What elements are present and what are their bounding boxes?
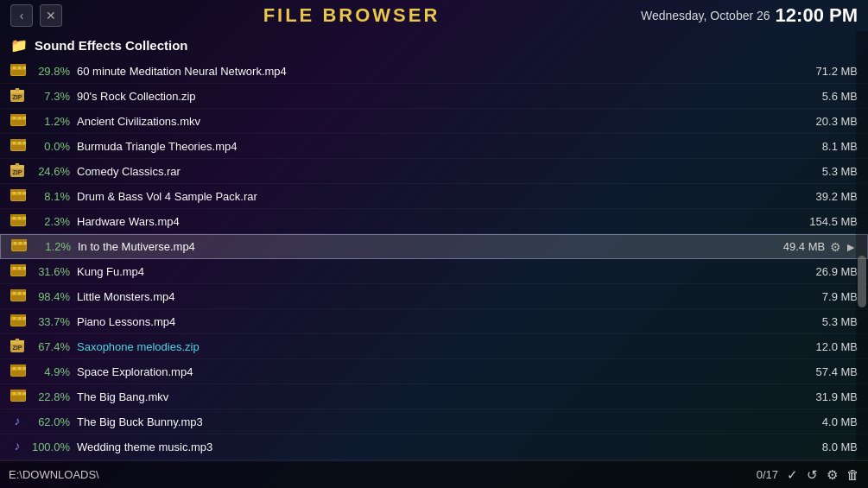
svg-rect-70 xyxy=(11,270,25,276)
file-row[interactable]: 31.6%Kung Fu.mp426.9 MB xyxy=(0,259,868,284)
file-row[interactable]: 8.1%Drum & Bass Vol 4 Sample Pack.rar39.… xyxy=(0,184,868,209)
svg-rect-87 xyxy=(23,317,26,320)
svg-rect-28 xyxy=(21,142,23,144)
svg-rect-26 xyxy=(16,142,18,144)
file-row[interactable]: 98.4%Little Monsters.mp47.9 MB xyxy=(0,284,868,309)
file-progress: 100.0% xyxy=(29,440,77,453)
file-size: 7.9 MB xyxy=(780,290,858,303)
file-progress: 7.3% xyxy=(29,90,77,103)
svg-rect-2 xyxy=(10,67,13,69)
svg-rect-18 xyxy=(18,117,21,119)
svg-rect-109 xyxy=(23,392,26,395)
svg-rect-107 xyxy=(18,392,21,395)
file-row[interactable]: 4.9%Space Exploration.mp457.4 MB xyxy=(0,359,868,384)
svg-rect-54 xyxy=(11,239,27,242)
svg-rect-46 xyxy=(10,217,13,219)
svg-rect-85 xyxy=(18,317,21,320)
file-size: 71.2 MB xyxy=(780,65,858,78)
svg-rect-15 xyxy=(10,117,13,119)
svg-rect-16 xyxy=(13,117,16,119)
svg-rect-27 xyxy=(18,142,21,144)
file-row[interactable]: 0.0%Burmuda Triangle Theories.mp48.1 MB xyxy=(0,134,868,159)
svg-rect-21 xyxy=(11,120,25,125)
file-row[interactable]: 2.3%Hardware Wars.mp4154.5 MB xyxy=(0,209,868,234)
svg-rect-3 xyxy=(13,67,16,69)
svg-rect-41 xyxy=(21,192,23,194)
file-list: 📁 Sound Effects Collection 29.8%60 minut… xyxy=(0,31,868,459)
svg-rect-57 xyxy=(16,242,19,244)
svg-rect-108 xyxy=(21,392,23,395)
svg-rect-106 xyxy=(16,392,18,395)
svg-text:ZIP: ZIP xyxy=(13,169,22,175)
file-progress: 8.1% xyxy=(29,190,77,203)
svg-rect-33 xyxy=(16,163,19,167)
svg-rect-61 xyxy=(12,245,26,250)
file-size: 26.9 MB xyxy=(780,265,858,278)
file-size: 20.3 MB xyxy=(780,115,858,128)
archive-icon: ZIP xyxy=(10,163,29,180)
svg-rect-23 xyxy=(10,139,26,142)
video-icon xyxy=(10,189,29,204)
svg-rect-25 xyxy=(13,142,16,144)
file-name: Little Monsters.mp4 xyxy=(77,290,780,303)
file-row[interactable]: ZIP24.6%Comedy Classics.rar5.3 MB xyxy=(0,159,868,184)
svg-rect-60 xyxy=(24,242,27,244)
nav-buttons: ‹ ✕ xyxy=(10,4,62,27)
file-row[interactable]: ZIP7.3%90's Rock Collection.zip5.6 MB xyxy=(0,84,868,109)
svg-rect-48 xyxy=(16,217,18,219)
datetime-area: Wednesday, October 26 12:00 PM xyxy=(641,4,858,27)
file-progress: 4.9% xyxy=(29,365,77,378)
nav-back-button[interactable]: ‹ xyxy=(10,4,33,27)
file-row[interactable]: 33.7%Piano Lessons.mp45.3 MB xyxy=(0,309,868,334)
svg-rect-20 xyxy=(23,117,26,119)
svg-rect-38 xyxy=(13,192,16,194)
top-bar: ‹ ✕ FILE BROWSER Wednesday, October 26 1… xyxy=(0,0,868,31)
file-row[interactable]: ♪62.0%The Big Buck Bunny.mp34.0 MB xyxy=(0,409,868,434)
file-row[interactable]: ♪100.0%Wedding theme music.mp38.0 MB xyxy=(0,434,868,459)
file-progress: 33.7% xyxy=(29,315,77,328)
check-icon[interactable]: ✓ xyxy=(787,467,798,483)
svg-rect-6 xyxy=(21,67,23,69)
file-size: 8.1 MB xyxy=(780,140,858,153)
svg-text:ZIP: ZIP xyxy=(13,345,22,351)
file-row[interactable]: 1.2%In to the Mutiverse.mp449.4 MB⚙► xyxy=(0,234,868,259)
refresh-icon[interactable]: ↺ xyxy=(807,467,818,483)
svg-rect-66 xyxy=(16,267,18,269)
folder-row[interactable]: 📁 Sound Effects Collection xyxy=(0,31,868,59)
svg-rect-81 xyxy=(10,314,26,317)
file-size: 39.2 MB xyxy=(780,190,858,203)
svg-rect-110 xyxy=(11,396,25,401)
file-size: 154.5 MB xyxy=(780,215,858,228)
gear-icon[interactable]: ⚙ xyxy=(830,240,841,254)
file-progress: 1.2% xyxy=(29,115,77,128)
file-row[interactable]: 29.8%60 minute Meditation Neural Network… xyxy=(0,59,868,84)
svg-rect-64 xyxy=(10,267,13,269)
video-icon xyxy=(10,214,29,229)
play-icon[interactable]: ► xyxy=(845,240,857,254)
video-icon xyxy=(10,264,29,279)
file-row[interactable]: 22.8%The Big Bang.mkv31.9 MB xyxy=(0,384,868,409)
scrollbar-thumb[interactable] xyxy=(858,256,866,307)
svg-rect-95 xyxy=(10,367,13,370)
file-row[interactable]: 1.2%Ancient Civilizations.mkv20.3 MB xyxy=(0,109,868,134)
svg-rect-69 xyxy=(23,267,26,269)
file-progress: 2.3% xyxy=(29,215,77,228)
svg-rect-51 xyxy=(23,217,26,219)
svg-rect-42 xyxy=(23,192,26,194)
delete-icon[interactable]: 🗑 xyxy=(846,467,859,482)
scrollbar[interactable] xyxy=(856,31,868,460)
folder-icon: 📁 xyxy=(10,37,28,54)
svg-rect-73 xyxy=(10,292,13,295)
selection-count: 0/17 xyxy=(757,468,778,481)
svg-rect-55 xyxy=(11,242,14,244)
svg-rect-5 xyxy=(18,67,21,69)
video-icon xyxy=(11,239,30,254)
current-path: E:\DOWNLOADS\ xyxy=(9,468,99,481)
svg-rect-14 xyxy=(10,114,26,117)
settings-icon[interactable]: ⚙ xyxy=(827,467,838,483)
file-name: 60 minute Meditation Neural Network.mp4 xyxy=(77,65,780,78)
nav-close-button[interactable]: ✕ xyxy=(40,4,62,27)
file-row[interactable]: ZIP67.4%Saxophone melodies.zip12.0 MB xyxy=(0,334,868,359)
file-size: 57.4 MB xyxy=(780,365,858,378)
bottom-actions: 0/17 ✓ ↺ ⚙ 🗑 xyxy=(757,467,859,483)
